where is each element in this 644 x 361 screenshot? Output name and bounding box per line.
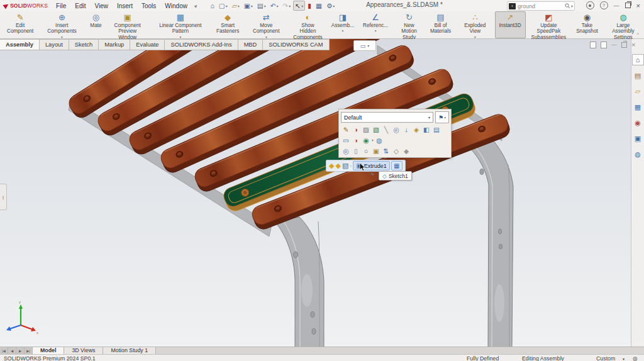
task-pane-toggle-button[interactable]: ▦ ▾ xyxy=(314,1,324,11)
context-appearances-icon[interactable]: ◉ xyxy=(361,136,371,145)
context-align-icon[interactable]: ⇅ xyxy=(381,147,391,155)
minimize-button[interactable]: — xyxy=(614,3,619,9)
context-isolate-icon[interactable]: ◇ xyxy=(391,147,401,155)
command-tab[interactable]: Sketch xyxy=(69,39,99,50)
command-tab[interactable]: SOLIDWORKS CAM xyxy=(263,39,329,50)
taskpane-design-library-icon[interactable]: ▤ xyxy=(632,70,644,81)
context-edit-feature-icon[interactable]: ✎ xyxy=(341,125,351,134)
menu-item[interactable]: Insert xyxy=(113,1,137,11)
context-hide-component-icon[interactable]: ◎ xyxy=(391,125,401,134)
chevron-down-icon: ▾ xyxy=(289,4,291,8)
show-hidden-components-button[interactable]: ◐ Show Hidden Components ▾ xyxy=(289,11,326,38)
open-button[interactable]: ▱ ▾ xyxy=(230,1,242,11)
mate-button[interactable]: ◎ Mate ▾ xyxy=(86,11,106,38)
chevron-down-icon[interactable]: ▾ xyxy=(623,357,625,361)
assembly-crumb-icon[interactable]: ◆ xyxy=(329,162,334,170)
search-input[interactable]: ground xyxy=(516,3,565,9)
feature-manager-collapsed-tab[interactable]: ❙ xyxy=(0,184,7,210)
taskpane-forum-icon[interactable]: ◍ xyxy=(632,148,644,160)
options-gear-button[interactable]: ⚙ ▾ xyxy=(325,1,336,11)
menu-item[interactable]: View xyxy=(90,1,113,11)
context-insert-into-part-icon[interactable]: ↓ xyxy=(401,125,411,134)
breadcrumb-child-sketch1[interactable]: ◇ Sketch1 xyxy=(379,171,412,181)
editing-assembly-status: Editing Assembly xyxy=(522,355,564,361)
smart-fasteners-button[interactable]: ◆ Smart Fasteners ▾ xyxy=(212,11,243,38)
taskpane-home-icon[interactable]: ⌂ xyxy=(632,54,644,65)
context-edit-appearance-icon[interactable]: ◑ xyxy=(351,136,361,145)
context-magnify-icon[interactable]: ○ xyxy=(361,147,371,155)
ribbon-collapse-icon[interactable]: ^ xyxy=(636,31,639,37)
redo-button[interactable]: ↷ ▾ xyxy=(281,1,293,11)
insert-components-button[interactable]: ⊕ Insert Components ▾ xyxy=(38,11,86,38)
context-edit-sketch-icon[interactable]: ▧ xyxy=(371,125,381,134)
status-globe-icon[interactable]: ◍ xyxy=(633,355,638,361)
close-button[interactable]: × xyxy=(636,2,640,9)
help-icon[interactable]: ? xyxy=(600,1,608,9)
update-speedpak-button[interactable]: ◩ Update SpeedPak Subassemblies ▾ xyxy=(526,11,572,38)
command-tab[interactable]: Evaluate xyxy=(130,39,165,50)
graphics-viewport[interactable]: x y □▣↺◧▢▦◉◍ ▭ ▾ ❙ Default ▾ ⚑ ▾ xyxy=(0,39,631,347)
assembly-features-button[interactable]: ◨ Assemb... ▾ xyxy=(327,11,358,38)
context-appearance-icon[interactable]: ◑ xyxy=(351,125,361,134)
edit-component-button[interactable]: ✎ Edit Component ▾ xyxy=(3,11,38,38)
document-close-button[interactable]: × xyxy=(631,41,635,48)
search-box[interactable]: › ground ▾ xyxy=(507,1,575,11)
configuration-dropdown[interactable]: Default ▾ xyxy=(341,112,433,123)
context-copy-icon[interactable]: ◆ xyxy=(401,147,411,155)
new-document-button[interactable]: ▢ ▾ xyxy=(217,1,230,11)
select-cursor-button[interactable]: ↖ ▾ xyxy=(293,1,305,11)
pin-icon[interactable]: ▸ xyxy=(192,3,199,9)
context-section-icon[interactable]: ◧ xyxy=(421,125,431,134)
component-crumb-icon[interactable]: ◆ xyxy=(335,162,340,170)
custom-dropdown[interactable]: Custom xyxy=(596,355,615,361)
document-restore-button[interactable] xyxy=(621,42,627,48)
context-bom-icon[interactable]: ▤ xyxy=(431,125,441,134)
home-button[interactable]: ⌂ ▾ xyxy=(208,1,216,11)
bill-of-materials-button[interactable]: ▤ Bill of Materials ▾ xyxy=(426,11,455,38)
move-component-button[interactable]: ⇄ Move Component ▾ xyxy=(243,11,289,38)
menu-item[interactable]: Tools xyxy=(137,1,160,11)
restore-button[interactable] xyxy=(625,3,631,8)
context-measure-icon[interactable]: ╲ xyxy=(381,125,391,134)
linear-component-pattern-button[interactable]: ▦ Linear Component Pattern ▾ xyxy=(149,11,212,38)
taskpane-custom-properties-icon[interactable]: ▣ xyxy=(632,133,644,144)
context-open-drawing-icon[interactable]: ▯ xyxy=(351,147,361,155)
display-style-button[interactable]: ▭ ▾ xyxy=(353,40,376,51)
take-snapshot-button[interactable]: ◉ Take Snapshot ▾ xyxy=(572,11,602,38)
instant3d-button[interactable]: ↗ Instant3D ▾ xyxy=(495,11,526,38)
body-crumb-icon[interactable]: ▧ xyxy=(342,162,348,170)
reference-geometry-button[interactable]: ∠ Referenc... ▾ xyxy=(358,11,392,38)
command-tab[interactable]: MBD xyxy=(238,39,264,50)
command-tab[interactable]: Markup xyxy=(99,39,130,50)
context-material-icon[interactable]: ◍ xyxy=(374,136,384,145)
command-tab[interactable]: SOLIDWORKS Add-Ins xyxy=(165,39,238,50)
context-mate-icon[interactable]: ◎ xyxy=(341,147,351,155)
command-tab[interactable]: Assembly xyxy=(0,39,40,50)
exploded-view-button[interactable]: ∴ Exploded View ▾ xyxy=(455,11,494,38)
taskpane-view-palette-icon[interactable]: ▦ xyxy=(632,101,644,113)
print-button[interactable]: ▤ ▾ xyxy=(255,1,268,11)
display-states-flag-button[interactable]: ⚑ ▾ xyxy=(435,111,449,123)
command-tab[interactable]: Layout xyxy=(40,39,69,50)
context-attach-icon[interactable]: ◈ xyxy=(411,125,421,134)
search-scope-caret[interactable]: ▾ xyxy=(571,4,573,8)
new-motion-study-button[interactable]: ↻ New Motion Study ▾ xyxy=(392,11,426,38)
component-preview-window-button[interactable]: ▣ Component Preview Window ▾ xyxy=(106,11,149,38)
search-icon[interactable] xyxy=(565,3,570,9)
new-window-icon[interactable] xyxy=(590,42,596,48)
menu-item[interactable]: Window xyxy=(160,1,192,11)
taskpane-file-explorer-icon[interactable]: ▱ xyxy=(632,86,644,97)
breadcrumb-end-button[interactable]: ▦ xyxy=(391,161,402,170)
context-suppress-icon[interactable]: ▨ xyxy=(361,125,371,134)
menu-item[interactable]: File xyxy=(52,1,70,11)
cascade-windows-icon[interactable] xyxy=(601,42,607,48)
xpert-tools-button[interactable]: ▮ ▾ xyxy=(306,1,313,11)
menu-item[interactable]: Edit xyxy=(70,1,90,11)
context-configure-icon[interactable]: ▣ xyxy=(371,147,381,155)
undo-button[interactable]: ↶ ▾ xyxy=(269,1,280,11)
user-account-icon[interactable] xyxy=(586,1,594,9)
save-button[interactable]: ▣ ▾ xyxy=(242,1,255,11)
context-zoom-icon[interactable]: ▭ xyxy=(341,136,351,145)
taskpane-appearances-icon[interactable]: ◉ xyxy=(632,117,644,128)
document-minimize-button[interactable]: — xyxy=(611,42,617,48)
